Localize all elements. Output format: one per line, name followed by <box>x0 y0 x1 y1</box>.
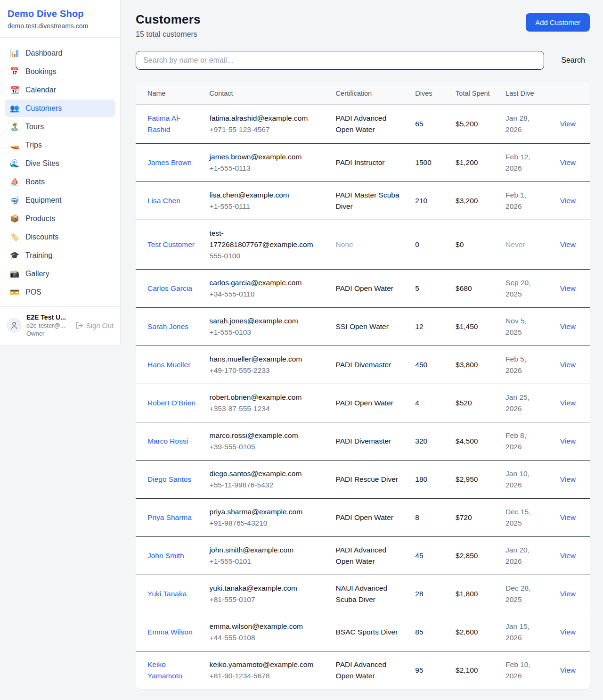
logout-icon <box>75 321 83 329</box>
customer-last-dive: Sep 20, 2025 <box>500 269 544 307</box>
add-customer-button[interactable]: Add Customer <box>526 13 590 32</box>
view-link[interactable]: View <box>560 120 576 128</box>
view-link[interactable]: View <box>560 361 576 369</box>
customer-name-link[interactable]: Carlos Garcia <box>147 284 192 292</box>
customer-name-link[interactable]: Keiko Yamamoto <box>147 660 182 680</box>
search-input[interactable] <box>136 51 544 70</box>
sidebar-item-dashboard[interactable]: 📊 Dashboard <box>5 44 115 62</box>
customer-phone: +81-555-0107 <box>210 594 325 605</box>
customer-name-link[interactable]: Emma Wilson <box>147 628 193 636</box>
sidebar-item-label: Boats <box>25 178 45 186</box>
view-link[interactable]: View <box>560 552 576 560</box>
customer-total-spent: $680 <box>450 269 500 307</box>
customer-name-link[interactable]: Sarah Jones <box>147 322 188 330</box>
table-header: NameContactCertificationDivesTotal Spent… <box>136 82 590 105</box>
customer-certification: NAUI Advanced Scuba Diver <box>330 575 410 613</box>
table-row: Sarah Jones sarah.jones@example.com +1-5… <box>136 307 590 346</box>
sign-out-button[interactable]: Sign Out <box>75 321 114 329</box>
camera-icon: 📸 <box>9 269 20 278</box>
customer-total-spent: $5,200 <box>450 105 500 143</box>
customer-dives: 65 <box>409 105 450 143</box>
user-role: Owner <box>26 330 75 337</box>
customer-total-spent: $1,200 <box>450 143 500 181</box>
customer-dives: 28 <box>409 575 450 613</box>
customer-dives: 1500 <box>409 143 450 181</box>
customer-dives: 95 <box>409 651 450 689</box>
sidebar-item-boats[interactable]: ⛵ Boats <box>5 173 115 190</box>
customer-certification: PADI Advanced Open Water <box>330 536 410 575</box>
shop-domain: demo.test.divestreams.com <box>8 22 113 30</box>
column-header: Total Spent <box>450 82 500 105</box>
sidebar-item-customers[interactable]: 👥 Customers <box>5 99 115 117</box>
customer-name-link[interactable]: John Smith <box>147 552 184 560</box>
view-link[interactable]: View <box>560 240 576 248</box>
shop-logo-block: Demo Dive Shop demo.test.divestreams.com <box>0 0 120 38</box>
customer-total-spent: $4,500 <box>450 422 500 460</box>
customer-name-link[interactable]: Yuki Tanaka <box>147 590 187 598</box>
customer-dives: 4 <box>409 384 450 422</box>
sidebar-item-calendar[interactable]: 📆 Calendar <box>5 81 115 99</box>
customer-email: hans.mueller@example.com <box>210 354 325 365</box>
bar-chart-icon: 📊 <box>9 49 20 58</box>
sidebar-item-tours[interactable]: 🏝️ Tours <box>5 118 115 135</box>
sidebar-item-bookings[interactable]: 📅 Bookings <box>5 63 115 80</box>
customer-total-spent: $520 <box>450 384 500 422</box>
sidebar-item-pos[interactable]: 💳 POS <box>5 283 115 301</box>
sidebar-item-products[interactable]: 📦 Products <box>5 210 115 227</box>
customer-name-link[interactable]: Marco Rossi <box>147 437 188 445</box>
customer-certification: PADI Advanced Open Water <box>330 105 410 143</box>
customer-email: john.smith@example.com <box>210 544 325 556</box>
sidebar-item-discounts[interactable]: 🏷️ Discounts <box>5 228 115 246</box>
customer-email: test-1772681807767@example.com <box>210 228 325 250</box>
view-link[interactable]: View <box>560 158 576 166</box>
customer-email: carlos.garcia@example.com <box>210 277 325 288</box>
table-row: Marco Rossi marco.rossi@example.com +39-… <box>136 422 590 460</box>
customer-last-dive: Jan 28, 2026 <box>500 105 544 143</box>
page-header: Customers 15 total customers Add Custome… <box>136 12 590 39</box>
customer-total-spent: $3,800 <box>450 346 500 384</box>
customer-name-link[interactable]: Test Customer <box>147 240 195 248</box>
view-link[interactable]: View <box>560 513 576 521</box>
customer-certification: PADI Instructor <box>330 143 410 181</box>
sidebar-item-dive-sites[interactable]: 🌊 Dive Sites <box>5 155 115 172</box>
customer-name-link[interactable]: Priya Sharma <box>147 513 192 521</box>
customer-name-link[interactable]: Robert O'Brien <box>147 399 196 407</box>
view-link[interactable]: View <box>560 475 576 483</box>
sidebar-item-gallery[interactable]: 📸 Gallery <box>5 265 115 282</box>
customer-name-link[interactable]: James Brown <box>147 158 192 166</box>
sailboat-icon: ⛵ <box>9 177 20 186</box>
view-link[interactable]: View <box>560 666 576 674</box>
customer-name-link[interactable]: Diego Santos <box>147 475 191 483</box>
view-link[interactable]: View <box>560 437 576 445</box>
sidebar-item-equipment[interactable]: 🤿 Equipment <box>5 191 115 209</box>
customer-phone: +1-555-0101 <box>210 556 325 567</box>
table-row: James Brown james.brown@example.com +1-5… <box>136 143 590 181</box>
sidebar-item-trips[interactable]: 🚤 Trips <box>5 136 115 154</box>
view-link[interactable]: View <box>560 322 576 330</box>
customer-phone: +91-98765-43210 <box>210 518 325 529</box>
view-link[interactable]: View <box>560 197 576 205</box>
credit-card-icon: 💳 <box>9 288 20 296</box>
avatar <box>7 318 22 333</box>
customer-email: priya.sharma@example.com <box>210 506 325 518</box>
search-button[interactable]: Search <box>556 52 590 68</box>
table-row: Yuki Tanaka yuki.tanaka@example.com +81-… <box>136 575 590 613</box>
sidebar: Demo Dive Shop demo.test.divestreams.com… <box>0 0 121 345</box>
customer-name-link[interactable]: Hans Mueller <box>147 361 190 369</box>
view-link[interactable]: View <box>560 590 576 598</box>
customer-name-link[interactable]: Fatima Al-Rashid <box>147 114 180 133</box>
view-link[interactable]: View <box>560 628 576 636</box>
column-header: Dives <box>409 82 450 105</box>
customer-phone: +971-55-123-4567 <box>210 124 325 135</box>
sidebar-item-label: Bookings <box>25 67 57 76</box>
table-row: Robert O'Brien robert.obrien@example.com… <box>136 384 590 422</box>
customer-total-spent: $0 <box>450 220 500 269</box>
view-link[interactable]: View <box>560 399 576 407</box>
table-row: Emma Wilson emma.wilson@example.com +44-… <box>136 613 590 651</box>
view-link[interactable]: View <box>560 284 576 292</box>
customer-email: marco.rossi@example.com <box>210 430 325 441</box>
customer-last-dive: Never <box>500 220 544 269</box>
column-header <box>545 82 590 105</box>
customer-name-link[interactable]: Lisa Chen <box>147 197 180 205</box>
sidebar-item-training[interactable]: 🎓 Training <box>5 247 115 264</box>
